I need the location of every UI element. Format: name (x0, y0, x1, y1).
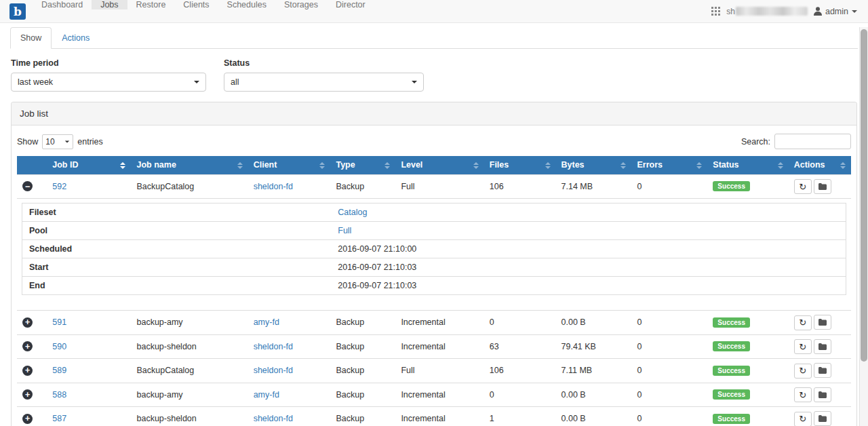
collapse-row-icon[interactable]: − (22, 181, 33, 191)
job-row-590: +590backup-sheldonsheldon-fdBackupIncrem… (17, 334, 851, 359)
detail-value: Catalog (331, 204, 846, 221)
status-select[interactable]: all (224, 73, 424, 92)
scrollbar-thumb[interactable] (861, 29, 867, 362)
user-menu[interactable]: admin (814, 7, 857, 16)
entries-per-page-select[interactable]: 10 (42, 134, 73, 149)
job-table-body: −592BackupCatalogsheldon-fdBackupFull106… (17, 174, 851, 426)
level-cell: Full (395, 359, 484, 383)
job-id-link[interactable]: 590 (52, 342, 66, 351)
detail-item-scheduled: Scheduled2016-09-07 21:10:00 (22, 240, 846, 258)
rerun-job-button[interactable]: ↻ (794, 315, 812, 330)
bytes-cell: 7.14 MB (556, 174, 632, 199)
type-cell: Backup (330, 334, 395, 359)
job-id-link[interactable]: 592 (52, 182, 66, 191)
client-link[interactable]: sheldon-fd (254, 182, 293, 191)
type-cell: Backup (330, 383, 395, 407)
job-name-cell: backup-sheldon (131, 407, 248, 426)
column-header-errors[interactable]: Errors (631, 156, 707, 174)
job-files-button[interactable] (814, 387, 831, 402)
expand-row-icon[interactable]: + (22, 414, 33, 424)
user-name: admin (825, 7, 848, 16)
detail-value-link[interactable]: Catalog (338, 208, 367, 217)
nav-item-schedules[interactable]: Schedules (218, 0, 275, 9)
rerun-job-button[interactable]: ↻ (794, 387, 812, 402)
expand-cell: + (17, 311, 47, 335)
job-files-button[interactable] (814, 339, 831, 354)
rerun-job-button[interactable]: ↻ (794, 364, 812, 379)
column-header-client[interactable]: Client (248, 156, 331, 174)
nav-item-jobs[interactable]: Jobs (92, 0, 127, 9)
detail-value: Full (331, 222, 846, 239)
sort-desc-icon (237, 166, 243, 169)
sort-desc-icon (545, 166, 551, 169)
column-header-label: Status (713, 160, 738, 170)
client-link[interactable]: amy-fd (254, 317, 279, 327)
job-files-button[interactable] (814, 411, 831, 426)
nav-item-dashboard[interactable]: Dashboard (33, 0, 92, 9)
client-link[interactable]: sheldon-fd (254, 366, 293, 375)
table-header-row: Job IDJob nameClientTypeLevelFilesBytesE… (17, 156, 851, 174)
detail-label: Start (22, 258, 331, 276)
column-header-actions[interactable]: Actions (789, 156, 851, 174)
rerun-job-button[interactable]: ↻ (794, 179, 812, 194)
job-id-link[interactable]: 591 (52, 317, 66, 327)
search-input[interactable] (774, 134, 851, 149)
files-cell: 1 (484, 407, 556, 426)
level-cell: Incremental (395, 334, 484, 359)
sort-icon (545, 162, 551, 169)
expand-row-icon[interactable]: + (22, 317, 33, 328)
nav-item-storages[interactable]: Storages (275, 0, 327, 9)
nav-item-clients[interactable]: Clients (174, 0, 218, 9)
apps-grid-icon[interactable] (711, 7, 720, 16)
tab-show[interactable]: Show (10, 27, 52, 49)
errors-cell: 0 (631, 359, 707, 383)
column-header-job-id[interactable]: Job ID (47, 156, 131, 174)
client-link[interactable]: sheldon-fd (254, 342, 293, 351)
job-files-button[interactable] (814, 179, 831, 194)
rerun-job-button[interactable]: ↻ (794, 339, 812, 354)
job-id-link[interactable]: 587 (52, 414, 66, 423)
folder-icon (818, 183, 827, 190)
job-row-592: −592BackupCatalogsheldon-fdBackupFull106… (17, 174, 851, 199)
job-files-button[interactable] (814, 363, 831, 378)
column-header-level[interactable]: Level (395, 156, 484, 174)
client-link[interactable]: sheldon-fd (254, 414, 293, 423)
expand-row-icon[interactable]: + (22, 366, 33, 376)
sort-asc-icon (696, 162, 702, 165)
column-header-bytes[interactable]: Bytes (556, 156, 632, 174)
folder-icon (818, 319, 827, 326)
sort-asc-icon (120, 162, 125, 165)
nav-item-restore[interactable]: Restore (127, 0, 175, 9)
job-list-panel: Job list Show 10 entries Search: (11, 102, 857, 426)
filter-bar: Time period last week Status all (11, 58, 857, 92)
time-period-select[interactable]: last week (11, 73, 206, 92)
job-name-cell: BackupCatalog (131, 174, 248, 199)
bytes-cell: 0.00 B (556, 383, 632, 407)
column-header-type[interactable]: Type (330, 156, 395, 174)
refresh-icon: ↻ (799, 414, 806, 423)
job-files-button[interactable] (814, 315, 831, 330)
job-id-cell: 590 (47, 334, 131, 359)
expand-cell: + (17, 359, 47, 383)
status-badge: Success (713, 389, 750, 400)
app-logo[interactable]: b (0, 0, 33, 22)
column-header-files[interactable]: Files (484, 156, 556, 174)
actions-cell: ↻ (789, 311, 851, 335)
client-cell: sheldon-fd (248, 407, 331, 426)
job-id-link[interactable]: 589 (52, 366, 66, 375)
detail-value-link[interactable]: Full (338, 226, 351, 235)
files-cell: 0 (484, 311, 556, 335)
job-id-link[interactable]: 588 (52, 390, 66, 400)
expand-row-icon[interactable]: + (22, 389, 33, 400)
column-header-status[interactable]: Status (707, 156, 788, 174)
nav-item-director[interactable]: Director (327, 0, 374, 9)
rerun-job-button[interactable]: ↻ (794, 412, 812, 426)
column-header-job-name[interactable]: Job name (131, 156, 248, 174)
tab-actions[interactable]: Actions (52, 27, 100, 49)
vertical-scrollbar[interactable] (859, 27, 868, 426)
client-link[interactable]: amy-fd (254, 390, 279, 400)
expand-row-icon[interactable]: + (22, 341, 33, 351)
column-header-expand (17, 156, 47, 174)
detail-label: Scheduled (22, 240, 331, 258)
detail-label: End (22, 277, 331, 294)
